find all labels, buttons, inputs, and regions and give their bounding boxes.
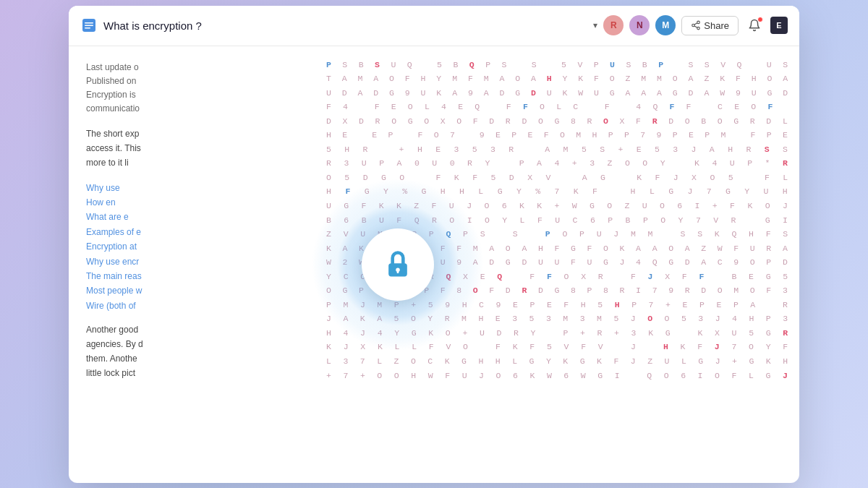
cipher-char [657, 354, 660, 369]
cipher-char: 5 [655, 142, 660, 157]
cipher-char: H [615, 298, 620, 312]
cipher-char [572, 326, 576, 341]
cipher-char: V [720, 58, 726, 72]
cipher-char [450, 255, 453, 270]
avatar-m[interactable]: M [655, 15, 676, 35]
cipher-char: C [378, 270, 383, 284]
cipher-char [421, 270, 425, 284]
cipher-char [743, 114, 746, 129]
cipher-char: F [456, 241, 461, 256]
cipher-char: S [375, 58, 380, 72]
cipher-char: L [326, 354, 331, 369]
cipher-char: H [749, 227, 754, 241]
cipher-char [678, 184, 683, 199]
cipher-char: F [581, 340, 586, 354]
cipher-char [668, 58, 670, 72]
cipher-char: Z [326, 227, 331, 241]
cipher-char: 3 [783, 312, 788, 326]
cipher-char: F [544, 128, 549, 142]
content-area: Last update o Published on Encryption is… [69, 46, 799, 483]
cipher-char [494, 213, 498, 228]
cipher-char [388, 199, 392, 213]
cipher-char [390, 142, 394, 157]
cipher-char [490, 227, 493, 241]
cipher-char [621, 184, 626, 199]
notification-button[interactable] [744, 15, 765, 35]
cipher-char: J [326, 312, 331, 326]
cipher-char: P [424, 283, 429, 298]
cipher-char [352, 255, 354, 270]
cipher-char [370, 270, 373, 284]
cipher-char: U [449, 199, 454, 213]
cipher-char: O [360, 270, 365, 284]
list-item-9: Wire (both of [86, 299, 297, 313]
cipher-char [556, 340, 560, 354]
cipher-char [352, 326, 356, 341]
cipher-char: 5 [437, 58, 442, 72]
cipher-char [399, 72, 401, 86]
cipher-char [775, 114, 778, 129]
cipher-char [370, 199, 374, 213]
cipher-char [505, 312, 508, 326]
cipher-char [367, 86, 369, 100]
cipher-char: 4 [391, 255, 396, 270]
cipher-char [698, 86, 700, 100]
cipher-char [662, 114, 665, 129]
cipher-char [556, 312, 558, 326]
cipher-char: G [571, 241, 576, 256]
cipher-char [409, 142, 413, 157]
cipher-char [336, 241, 339, 256]
cipher-char: O [660, 199, 665, 213]
cipher-char: G [590, 199, 595, 213]
cipher-char [403, 354, 406, 369]
cipher-char [776, 128, 778, 142]
share-button[interactable]: Share [681, 16, 739, 35]
cipher-char [401, 241, 404, 256]
cipher-char: O [473, 283, 478, 298]
cipher-char [707, 227, 710, 241]
cipher-row: H F G Y % G H H L G Y % 7 K F H L G J 7 … [326, 184, 788, 199]
cipher-char [691, 312, 694, 326]
cipher-char: F [767, 100, 773, 114]
cipher-char: H [663, 340, 668, 354]
cipher-char: G [554, 114, 559, 129]
cipher-char: O [749, 340, 754, 354]
cipher-char: P [608, 128, 613, 142]
cipher-row: W 2 W G 4 F A U 9 A D G D U U F U G J 4 … [326, 255, 788, 270]
cipher-char: G [698, 354, 703, 369]
cipher-char: K [681, 340, 686, 354]
cipher-char [404, 326, 407, 341]
cipher-char [404, 270, 407, 284]
cipher-char: F [631, 270, 636, 284]
cipher-char [352, 86, 354, 100]
cipher-char: A [343, 241, 348, 256]
cipher-char [441, 156, 445, 171]
list-item-8: Most people w [86, 283, 297, 298]
title-dropdown-icon[interactable]: ▾ [593, 20, 597, 30]
cipher-char [539, 340, 542, 354]
edit-badge[interactable]: E [770, 17, 788, 34]
cipher-char [634, 213, 638, 228]
cipher-char [353, 213, 357, 228]
cipher-char [488, 354, 490, 369]
cipher-char: E [458, 100, 463, 114]
avatar-r[interactable]: R [603, 15, 624, 35]
cipher-char [477, 72, 480, 86]
cipher-char [466, 255, 469, 270]
cipher-char: H [783, 184, 788, 199]
cipher-grid: P S B S U Q 5 B Q P S S 5 V P U S B P S … [326, 58, 788, 383]
cipher-char: 4 [344, 326, 349, 341]
cipher-char: K [637, 171, 642, 185]
cipher-char [727, 283, 730, 298]
cipher-char [403, 312, 406, 326]
cipher-char [583, 184, 588, 199]
cipher-char: I [636, 283, 641, 298]
cipher-char [707, 354, 710, 369]
avatar-n[interactable]: N [629, 15, 650, 35]
cipher-char [662, 241, 665, 256]
cipher-char [645, 241, 648, 256]
cipher-char: S [765, 142, 770, 157]
cipher-char [704, 156, 707, 171]
cipher-char [774, 156, 778, 171]
cipher-char: F [396, 213, 401, 228]
